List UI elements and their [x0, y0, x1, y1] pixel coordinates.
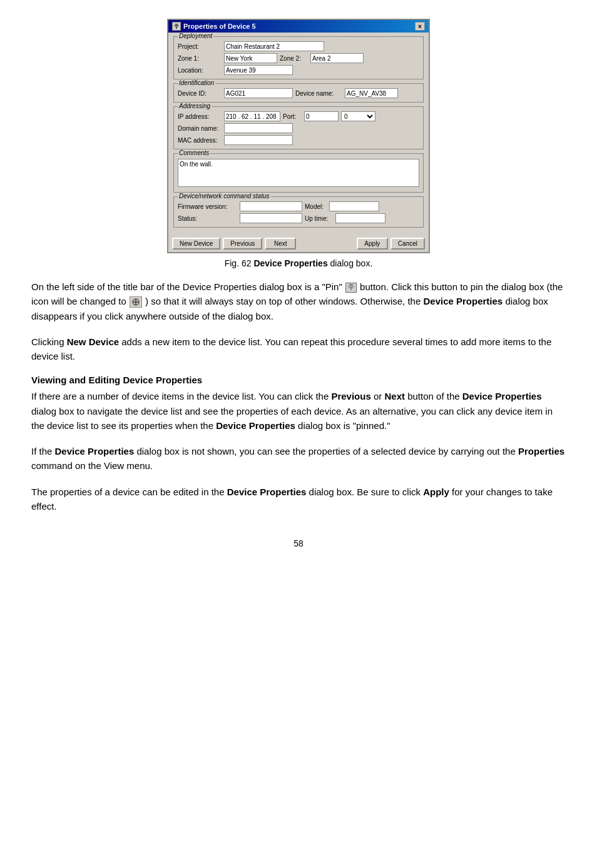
- comments-label: Comments: [178, 149, 210, 156]
- p1-text-pre: On the left side of the title bar of the…: [31, 281, 345, 292]
- p4-pre: If the Device Properties dialog box is n…: [31, 446, 564, 471]
- domain-row: Domain name:: [178, 123, 419, 133]
- identification-label: Identification: [178, 79, 215, 86]
- figure-container: Properties of Device 5 × Deployment Proj…: [31, 19, 566, 268]
- page-number: 58: [31, 538, 566, 548]
- comments-section: Comments On the wall.: [173, 153, 424, 193]
- port-label: Port:: [283, 113, 302, 120]
- location-input[interactable]: [224, 65, 293, 75]
- device-id-label: Device ID:: [178, 90, 222, 97]
- zone2-input[interactable]: [310, 53, 364, 63]
- addressing-section: Addressing IP address: Port: 0 Domain na…: [173, 106, 424, 149]
- paragraph-1: On the left side of the title bar of the…: [31, 280, 566, 323]
- paragraph-5: The properties of a device can be edited…: [31, 485, 566, 514]
- titlebar-left: Properties of Device 5: [172, 22, 256, 31]
- zone-row: Zone 1: Zone 2:: [178, 53, 419, 63]
- project-label: Project:: [178, 43, 222, 50]
- fig-caption-prefix: Fig. 62: [225, 258, 254, 268]
- pin-icon[interactable]: [172, 22, 181, 31]
- project-input[interactable]: [224, 41, 324, 51]
- dialog-body: Deployment Project: Zone 1: Zone 2: Loca…: [168, 33, 429, 235]
- close-button[interactable]: ×: [415, 22, 425, 31]
- next-button[interactable]: Next: [265, 238, 296, 250]
- uptime-label: Up time:: [305, 215, 333, 222]
- svg-rect-2: [174, 25, 179, 26]
- port-select[interactable]: 0: [341, 111, 375, 121]
- mac-label: MAC address:: [178, 137, 222, 144]
- svg-rect-1: [176, 27, 177, 29]
- domain-input[interactable]: [224, 123, 293, 133]
- status-input[interactable]: [240, 213, 302, 223]
- previous-button[interactable]: Previous: [223, 238, 262, 250]
- p5-pre: The properties of a device can be edited…: [31, 487, 553, 512]
- svg-rect-5: [347, 286, 355, 287]
- location-row: Location:: [178, 65, 419, 75]
- zone1-input[interactable]: [224, 53, 277, 63]
- dialog-title: Properties of Device 5: [183, 23, 256, 30]
- zone1-label: Zone 1:: [178, 55, 222, 62]
- p1-device-props-bold: Device Properties: [423, 296, 503, 306]
- mac-row: MAC address:: [178, 135, 419, 145]
- device-id-row: Device ID: Device name:: [178, 88, 419, 98]
- model-label: Model:: [305, 203, 327, 210]
- paragraph-4: If the Device Properties dialog box is n…: [31, 444, 566, 473]
- svg-rect-4: [350, 288, 352, 290]
- port-input[interactable]: [304, 111, 339, 121]
- ip-label: IP address:: [178, 113, 222, 120]
- page-content: Properties of Device 5 × Deployment Proj…: [31, 19, 566, 548]
- apply-button[interactable]: Apply: [357, 238, 388, 250]
- deployment-label: Deployment: [178, 33, 213, 39]
- dialog-titlebar: Properties of Device 5 ×: [168, 20, 429, 33]
- p3-pre: If there are a number of device items in…: [31, 391, 553, 431]
- fig-caption: Fig. 62 Device Properties dialog box.: [225, 258, 373, 268]
- status-section: Device/network command status Firmware v…: [173, 196, 424, 228]
- status-label: Status:: [178, 215, 237, 222]
- project-row: Project:: [178, 41, 419, 51]
- pin-active-icon: [130, 296, 142, 308]
- firmware-input[interactable]: [240, 201, 302, 211]
- device-name-input[interactable]: [345, 88, 398, 98]
- pin-button-icon: [345, 283, 357, 293]
- comments-textarea[interactable]: On the wall.: [178, 159, 419, 187]
- model-input[interactable]: [329, 201, 379, 211]
- p4-properties-bold: Properties: [518, 446, 564, 457]
- uptime-input[interactable]: [335, 213, 385, 223]
- firmware-label: Firmware version:: [178, 203, 237, 210]
- deployment-section: Deployment Project: Zone 1: Zone 2: Loca…: [173, 36, 424, 79]
- fig-caption-suffix: dialog box.: [328, 258, 373, 268]
- device-id-input[interactable]: [224, 88, 293, 98]
- paragraph-3: If there are a number of device items in…: [31, 389, 566, 433]
- comments-area-wrapper: On the wall.: [178, 159, 419, 188]
- device-name-label: Device name:: [295, 90, 342, 97]
- domain-label: Domain name:: [178, 125, 222, 132]
- status-row: Status: Up time:: [178, 213, 419, 223]
- p2-pre: Clicking: [31, 336, 67, 347]
- location-label: Location:: [178, 67, 222, 74]
- p2-new-device-bold: New Device: [67, 336, 119, 347]
- p5-apply-bold: Apply: [423, 487, 449, 497]
- dialog-footer: New Device Previous Next Apply Cancel: [168, 235, 429, 252]
- viewing-editing-heading: Viewing and Editing Device Properties: [31, 375, 566, 385]
- fig-caption-bold: Device Properties: [253, 258, 327, 268]
- p3-device-props-bold: Device Properties: [462, 391, 542, 401]
- p4-device-props-bold: Device Properties: [55, 446, 135, 457]
- p3-next-bold: Next: [384, 391, 405, 401]
- paragraph-2: Clicking New Device adds a new item to t…: [31, 335, 566, 364]
- status-section-label: Device/network command status: [178, 193, 271, 199]
- svg-rect-8: [133, 301, 138, 303]
- firmware-row: Firmware version: Model:: [178, 201, 419, 211]
- p5-device-props-bold: Device Properties: [227, 487, 307, 497]
- addressing-label: Addressing: [178, 103, 212, 109]
- p3-device-bold: Device Properties: [216, 420, 295, 431]
- ip-row: IP address: Port: 0: [178, 111, 419, 121]
- ip-input[interactable]: [224, 111, 280, 121]
- p3-previous-bold: Previous: [331, 391, 370, 401]
- zone2-label: Zone 2:: [280, 55, 308, 62]
- cancel-button[interactable]: Cancel: [390, 238, 425, 250]
- identification-section: Identification Device ID: Device name:: [173, 83, 424, 103]
- device-properties-dialog: Properties of Device 5 × Deployment Proj…: [167, 19, 430, 253]
- mac-input[interactable]: [224, 135, 293, 145]
- new-device-button[interactable]: New Device: [172, 238, 220, 250]
